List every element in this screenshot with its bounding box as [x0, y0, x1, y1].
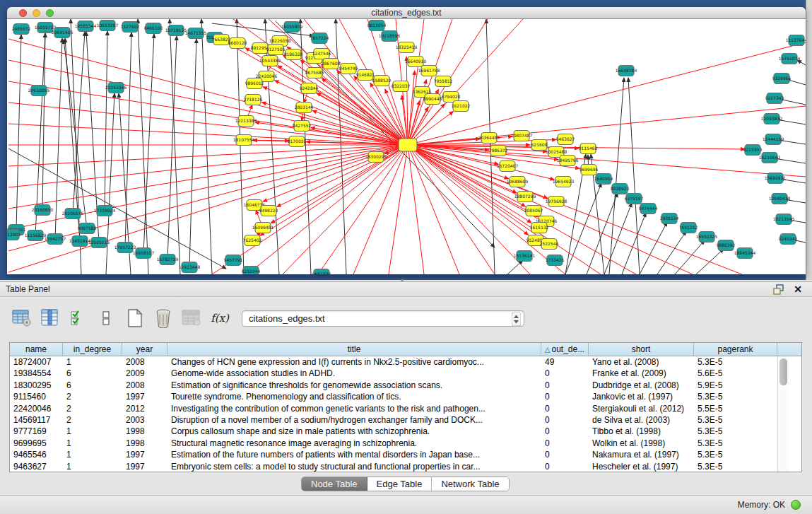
graph-node-label: 16099481: [252, 225, 274, 230]
column-header-year[interactable]: year: [122, 343, 167, 356]
tab-node-table[interactable]: Node Table: [302, 477, 367, 491]
tab-network-table[interactable]: Network Table: [432, 477, 508, 491]
column-header-title[interactable]: title: [167, 343, 541, 356]
graph-node-label: 12213383: [235, 118, 257, 123]
vertical-scrollbar[interactable]: [777, 356, 789, 472]
deselect-all-button[interactable]: [95, 306, 119, 330]
graph-node-label: 621608: [531, 142, 548, 147]
graph-edge[interactable]: [408, 145, 548, 198]
graph-edge[interactable]: [8, 39, 408, 145]
new-document-icon: [126, 308, 144, 328]
graph-edge[interactable]: [657, 231, 686, 274]
graph-node-label: 9115460: [579, 146, 598, 151]
graph-node-label: 12093832: [761, 116, 783, 121]
graph-edge[interactable]: [797, 60, 806, 65]
table-cell: Structural magnetic resonance image aver…: [167, 438, 541, 449]
close-panel-icon[interactable]: ✕: [794, 284, 802, 295]
graph-node-label: 9699695: [579, 167, 599, 172]
graph-edge[interactable]: [640, 222, 667, 274]
table-cell: 0: [541, 426, 589, 437]
graph-edge[interactable]: [8, 145, 408, 166]
graph-edge[interactable]: [237, 19, 244, 274]
graph-edge[interactable]: [143, 34, 154, 253]
graph-edge[interactable]: [201, 19, 212, 274]
table-row[interactable]: 1872400712008Changes of HCN gene express…: [10, 356, 801, 368]
graph-node-label: 20691406: [52, 30, 73, 35]
graph-edge[interactable]: [263, 87, 408, 145]
deselect-all-icon: [101, 309, 112, 327]
table-selector-dropdown[interactable]: citations_edges.txt: [242, 310, 524, 327]
table-cell: 1: [63, 426, 122, 437]
graph-edge[interactable]: [628, 78, 640, 274]
graph-edge[interactable]: [318, 145, 408, 274]
graph-edge[interactable]: [125, 33, 131, 247]
column-header-out_de[interactable]: △out_de...: [541, 343, 589, 356]
table-cell: 1: [63, 356, 122, 368]
graph-edge[interactable]: [408, 106, 806, 145]
graph-node-label: 9245042: [779, 236, 798, 241]
graph-edge[interactable]: [565, 183, 601, 274]
graph-node-label: 8186328: [284, 52, 303, 57]
graph-node-label: 11156829: [25, 233, 47, 238]
graph-node-label: 9127505: [266, 47, 286, 52]
graph-edge[interactable]: [271, 145, 408, 223]
table-mode-button[interactable]: [10, 306, 34, 330]
table-row[interactable]: 1938455462009Genome-wide association stu…: [10, 368, 801, 379]
graph-edge[interactable]: [16, 35, 21, 230]
table-cell: 1997: [122, 391, 167, 402]
memory-ok-indicator[interactable]: [791, 500, 801, 510]
table-cell: 2009: [122, 368, 167, 379]
graph-edge[interactable]: [408, 19, 424, 145]
column-header-pagerank[interactable]: pagerank: [694, 343, 777, 356]
graph-edge[interactable]: [317, 93, 408, 145]
delete-table-button[interactable]: [151, 306, 175, 330]
network-canvas[interactable]: 2405572160557232069140619565344105532671…: [7, 19, 806, 274]
table-row[interactable]: 2242004622012Investigating the contribut…: [10, 403, 801, 414]
graph-node-label: 6794028: [442, 94, 461, 99]
graph-node-label: 14671355: [185, 30, 207, 35]
graph-edge[interactable]: [408, 145, 424, 274]
graph-edge[interactable]: [408, 42, 806, 145]
tab-edge-table[interactable]: Edge Table: [367, 477, 433, 491]
graph-edge[interactable]: [389, 145, 408, 274]
select-all-button[interactable]: [66, 306, 90, 330]
new-table-button[interactable]: [123, 306, 147, 330]
table-row[interactable]: 969969511998Structural magnetic resonanc…: [10, 438, 801, 449]
graph-edge[interactable]: [604, 203, 632, 274]
table-cell: 1998: [122, 426, 167, 437]
column-header-name[interactable]: name: [10, 343, 63, 356]
table-row[interactable]: 1830029562008Estimation of significance …: [10, 380, 801, 391]
graph-edge[interactable]: [353, 145, 408, 274]
scrollbar-thumb[interactable]: [779, 358, 787, 385]
column-header-short[interactable]: short: [589, 343, 694, 356]
graph-edge[interactable]: [8, 145, 408, 209]
table-row[interactable]: 1456911722003Disruption of a novel membe…: [10, 414, 801, 426]
graph-edge[interactable]: [73, 32, 85, 214]
graph-edge[interactable]: [189, 39, 196, 267]
table-cell: 1997: [122, 449, 167, 460]
graph-edge[interactable]: [507, 260, 523, 274]
function-builder-button[interactable]: f(x): [208, 306, 232, 330]
graph-node-label: 6379197: [625, 196, 644, 201]
show-column-button[interactable]: [38, 306, 62, 330]
table-row[interactable]: 911546021997Tourette syndrome. Phenomeno…: [10, 391, 801, 402]
graph-edge[interactable]: [106, 93, 114, 274]
graph-node-label: 11451914: [69, 238, 91, 243]
graph-edge[interactable]: [55, 38, 62, 239]
graph-edge[interactable]: [675, 240, 705, 274]
graph-edge[interactable]: [587, 193, 618, 274]
graph-edge[interactable]: [8, 145, 408, 251]
network-window-titlebar[interactable]: citations_edges.txt: [7, 7, 806, 19]
table-row[interactable]: 946362711997Embryonic stem cells: a mode…: [10, 461, 801, 472]
graph-edge[interactable]: [170, 19, 180, 274]
graph-edge[interactable]: [105, 31, 107, 211]
table-row[interactable]: 977716911998Corpus callosum shape and si…: [10, 426, 801, 437]
float-panel-icon[interactable]: [773, 284, 785, 295]
column-header-in_degree[interactable]: in_degree: [63, 343, 122, 356]
table-row[interactable]: 946554611997Estimation of the future num…: [10, 449, 801, 460]
graph-edge[interactable]: [138, 19, 148, 274]
table-selector-value: citations_edges.txt: [249, 313, 325, 324]
graph-node-label: 15692931: [765, 175, 787, 180]
table-cell: Corpus callosum shape and size in male p…: [167, 426, 541, 437]
graph-hub-node[interactable]: [399, 139, 417, 151]
